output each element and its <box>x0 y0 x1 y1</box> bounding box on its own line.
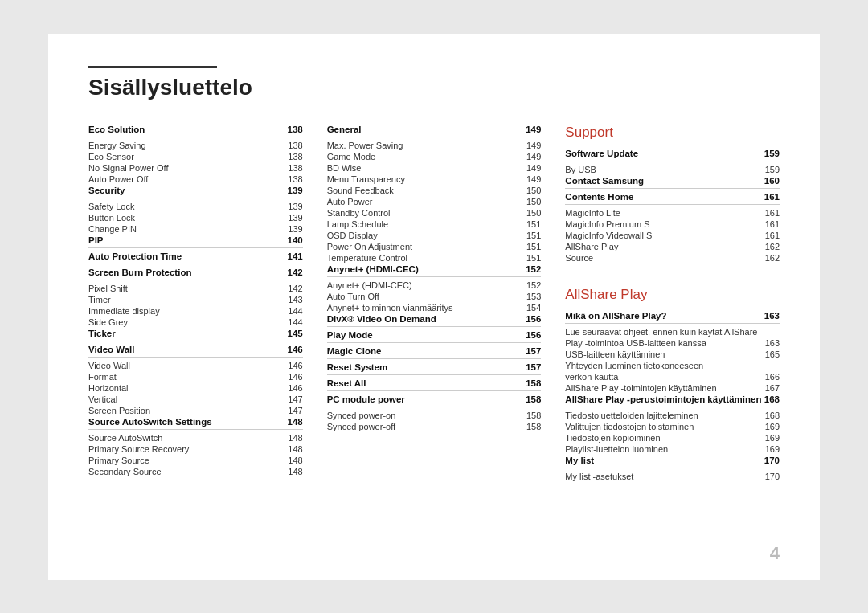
toc-item-page: 151 <box>526 219 541 229</box>
toc-section-title: PC module power <box>327 394 405 404</box>
toc-section-header: Reset All158 <box>327 378 542 391</box>
toc-section: Source AutoSwitch Settings148Source Auto… <box>88 417 303 476</box>
toc-section-title: General <box>327 125 362 134</box>
toc-section-page: 163 <box>764 311 780 321</box>
toc-item-label: Tiedostoluetteloiden lajitteleminen <box>565 411 698 420</box>
page: Sisällysluettelo Eco Solution138Energy S… <box>48 34 820 580</box>
toc-item: USB-laitteen käyttäminen165 <box>565 349 780 359</box>
toc-section: Software Update159By USB159 <box>565 149 780 174</box>
toc-section-header: Eco Solution138 <box>88 125 303 137</box>
toc-item: By USB159 <box>565 165 780 174</box>
toc-section-title: Play Mode <box>327 330 373 340</box>
toc-section: DivX® Video On Demand156 <box>327 314 542 327</box>
toc-section: Magic Clone157 <box>327 346 542 359</box>
toc-section-header: DivX® Video On Demand156 <box>327 314 542 327</box>
toc-section-title: My list <box>565 456 594 465</box>
toc-item-label: Immediate display <box>88 306 160 316</box>
toc-section-header: Video Wall146 <box>88 345 303 358</box>
toc-section: Screen Burn Protection142Pixel Shift142T… <box>88 268 303 327</box>
toc-section-page: 138 <box>287 125 302 134</box>
toc-item-page: 170 <box>765 472 780 481</box>
toc-section-header: AllShare Play -perustoimintojen käyttämi… <box>565 394 780 407</box>
toc-item-label: Anynet+-toiminnon vianmääritys <box>327 303 453 313</box>
toc-section-page: 156 <box>526 314 541 324</box>
toc-item-page: 159 <box>765 165 780 174</box>
toc-item: Auto Power150 <box>327 197 542 206</box>
toc-item-label: AllShare Play -toimintojen käyttäminen <box>565 383 716 393</box>
toc-item: Primary Source148 <box>88 456 303 465</box>
toc-item-label: Change PIN <box>88 224 137 234</box>
toc-item-label: Game Mode <box>327 152 376 161</box>
toc-section: Anynet+ (HDMI-CEC)152Anynet+ (HDMI-CEC)1… <box>327 264 542 313</box>
toc-item-label: MagicInfo Lite <box>565 208 620 218</box>
support-heading: Support <box>565 125 780 141</box>
toc-item-label: Anynet+ (HDMI-CEC) <box>327 280 412 290</box>
toc-section-title: DivX® Video On Demand <box>327 314 436 324</box>
toc-item-page: 148 <box>288 456 302 465</box>
toc-item-page: 144 <box>288 317 302 327</box>
toc-section-page: 152 <box>526 264 541 274</box>
toc-section: PIP140 <box>88 235 303 248</box>
toc-item-page: 148 <box>288 433 302 443</box>
toc-item-page: 139 <box>288 213 302 223</box>
toc-item: Side Grey144 <box>88 317 303 327</box>
toc-section-page: 161 <box>764 192 780 202</box>
toc-section-page: 159 <box>764 149 780 158</box>
toc-item-label: Video Wall <box>88 361 130 370</box>
toc-section-header: Ticker145 <box>88 329 303 341</box>
toc-item: Immediate display144 <box>88 306 303 316</box>
toc-item: Source162 <box>565 253 780 263</box>
toc-item: Temperature Control151 <box>327 253 542 263</box>
toc-section-title: Contact Samsung <box>565 176 644 186</box>
toc-item-label: Lamp Schedule <box>327 219 388 229</box>
toc-item-label: Screen Position <box>88 406 150 415</box>
toc-item: AllShare Play -toimintojen käyttäminen16… <box>565 383 780 393</box>
toc-section-header: PIP140 <box>88 235 303 248</box>
toc-item: Change PIN139 <box>88 224 303 234</box>
toc-item-label: Eco Sensor <box>88 152 134 161</box>
toc-item: Source AutoSwitch148 <box>88 433 303 443</box>
toc-item-label: By USB <box>565 165 596 174</box>
toc-item-page: 149 <box>526 152 541 161</box>
toc-item-label: Menu Transparency <box>327 174 405 184</box>
toc-item: Max. Power Saving149 <box>327 141 542 150</box>
toc-item-label: Format <box>88 372 117 382</box>
toc-section-header: Screen Burn Protection142 <box>88 268 303 280</box>
toc-item: Video Wall146 <box>88 361 303 370</box>
toc-section-title: AllShare Play -perustoimintojen käyttämi… <box>565 394 761 404</box>
toc-item: Primary Source Recovery148 <box>88 444 303 454</box>
toc-item: Pixel Shift142 <box>88 284 303 293</box>
toc-item: Timer143 <box>88 295 303 304</box>
toc-item-page: 152 <box>526 280 541 290</box>
toc-item: No Signal Power Off138 <box>88 163 303 173</box>
toc-item-label: Pixel Shift <box>88 284 128 293</box>
toc-section-title: Auto Protection Time <box>88 251 182 261</box>
toc-item-label: Source AutoSwitch <box>88 433 162 443</box>
toc-item-page: 151 <box>526 231 541 240</box>
toc-item-label: Primary Source Recovery <box>88 444 189 454</box>
toc-item-page: 161 <box>765 208 780 218</box>
toc-section-page: 158 <box>526 378 541 388</box>
toc-section-header: Software Update159 <box>565 149 780 161</box>
toc-item: Tiedostoluetteloiden lajitteleminen168 <box>565 411 780 420</box>
toc-item-label: Playlist-luettelon luominen <box>565 444 668 454</box>
toc-item: Screen Position147 <box>88 406 303 415</box>
toc-item: Tiedostojen kopioiminen169 <box>565 433 780 443</box>
toc-item-label: Valittujen tiedostojen toistaminen <box>565 422 694 431</box>
toc-section-page: 142 <box>287 268 302 277</box>
toc-section: Play Mode156 <box>327 330 542 343</box>
toc-item: AllShare Play162 <box>565 242 780 251</box>
toc-item: Secondary Source148 <box>88 467 303 476</box>
toc-item-label: Button Lock <box>88 213 135 223</box>
toc-section-title: Security <box>88 186 125 195</box>
toc-section-page: 140 <box>287 235 302 245</box>
toc-item: Power On Adjustment151 <box>327 242 542 251</box>
toc-item-label: USB-laitteen käyttäminen <box>565 349 665 359</box>
toc-item-page: 148 <box>288 444 302 454</box>
toc-item-page: 146 <box>288 361 302 370</box>
toc-item-page: 150 <box>526 197 541 206</box>
toc-section-page: 145 <box>287 329 302 338</box>
toc-item-page: 138 <box>288 163 302 173</box>
toc-item-page: 161 <box>765 219 780 229</box>
toc-section-header: Security139 <box>88 186 303 198</box>
